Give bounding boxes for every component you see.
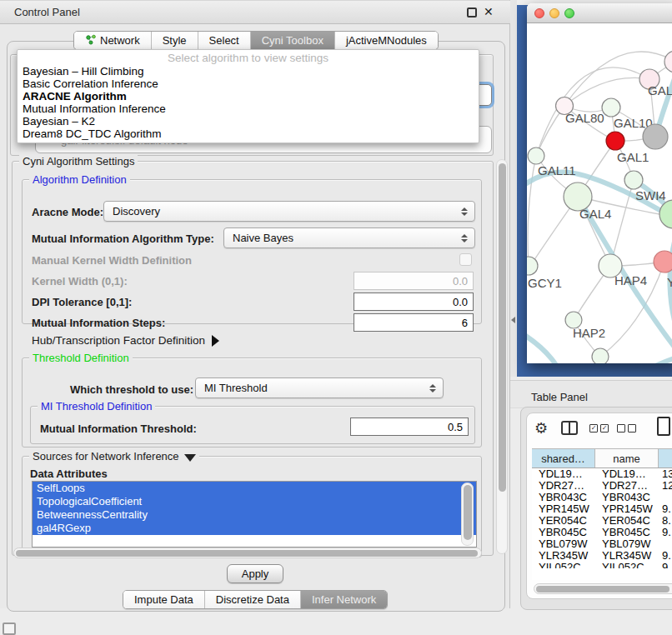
table-cell: YBR045C xyxy=(532,527,595,538)
list-scrollbar-track[interactable] xyxy=(461,482,474,546)
table-hscrollbar-thumb[interactable] xyxy=(536,586,669,592)
threshold-definition-title: Threshold Definition xyxy=(29,352,133,364)
data-attributes-label: Data Attributes xyxy=(30,468,108,480)
which-threshold-label: Which threshold to use: xyxy=(70,383,193,396)
collapsed-panel-icon[interactable] xyxy=(3,622,16,635)
tab-label: Select xyxy=(209,34,239,47)
network-node[interactable] xyxy=(592,348,609,363)
table-container: ⚙ ✓✓ shared…nameA YDL19…YDL19…13YDR27…YD… xyxy=(526,412,672,599)
select-all-icon[interactable]: ✓✓ xyxy=(589,424,609,432)
network-node-y[interactable] xyxy=(654,251,672,272)
float-panel-icon[interactable] xyxy=(467,8,477,18)
network-node-gal11[interactable] xyxy=(528,148,544,164)
network-canvas[interactable]: GALGAL80GAL10GAL1GAL11SWI4GAL4GCY1HAP4YH… xyxy=(527,23,672,363)
tab-jactivemnodules[interactable]: jActiveMNodules xyxy=(334,32,438,49)
which-threshold-combo[interactable]: MI Threshold xyxy=(195,378,444,398)
settings-hscrollbar-thumb[interactable] xyxy=(16,550,478,557)
tab-discretize-data[interactable]: Discretize Data xyxy=(204,591,300,608)
dpi-tolerance-field[interactable]: 0.0 xyxy=(354,292,474,311)
window-close-icon[interactable] xyxy=(534,8,544,18)
settings-vscrollbar-thumb[interactable] xyxy=(499,163,506,492)
dropdown-placeholder: Select algorithm to view settings xyxy=(18,52,479,65)
apply-button[interactable]: Apply xyxy=(227,564,283,583)
table-cell: 8. xyxy=(659,515,672,527)
table-row[interactable]: YPR145WYPR145W9. xyxy=(532,503,672,515)
settings-hscrollbar-track[interactable] xyxy=(13,548,482,558)
network-node-gal10[interactable] xyxy=(602,98,620,117)
tab-style[interactable]: Style xyxy=(151,32,198,49)
mi-type-value: Naive Bayes xyxy=(233,232,293,244)
network-node-gcy1[interactable] xyxy=(527,257,538,275)
attribute-item-betweennesscentrality[interactable]: BetweennessCentrality xyxy=(33,508,476,522)
table-panel-titlebar: Table Panel xyxy=(510,380,672,408)
network-node[interactable] xyxy=(643,124,668,149)
table-cell: YPR145W xyxy=(532,503,595,515)
table-row[interactable]: YIL052CYIL052C9. xyxy=(532,562,672,568)
attribute-item-selfloops[interactable]: SelfLoops xyxy=(33,482,476,495)
table-cell: YLR345W xyxy=(532,550,595,562)
table-cell: YBL079W xyxy=(595,538,659,550)
node-label-y: Y xyxy=(667,275,672,289)
settings-vscrollbar-track[interactable] xyxy=(496,159,508,554)
tab-select[interactable]: Select xyxy=(198,32,250,49)
table-row[interactable]: YER054CYER054C8. xyxy=(532,515,672,527)
table-row[interactable]: YDR27…YDR27…12 xyxy=(532,480,672,492)
table-cell: YER054C xyxy=(532,515,595,527)
mi-steps-field[interactable]: 6 xyxy=(354,313,474,332)
mi-threshold-field[interactable]: 0.5 xyxy=(350,418,469,436)
table-row[interactable]: YBL079WYBL079W xyxy=(532,538,672,550)
node-table: shared…nameA YDL19…YDL19…13YDR27…YDR27…1… xyxy=(532,448,672,580)
gear-icon[interactable]: ⚙ xyxy=(534,419,548,437)
node-label-gal1: GAL1 xyxy=(617,150,649,164)
table-cell: YLR345W xyxy=(595,550,659,562)
window-zoom-icon[interactable] xyxy=(564,8,574,18)
attribute-item-topologicalcoefficient[interactable]: TopologicalCoefficient xyxy=(33,495,476,508)
table-row[interactable]: YBR045CYBR045C9. xyxy=(532,527,672,538)
control-panel-titlebar: Control Panel ✕ xyxy=(0,1,510,24)
table-cell: YDL19… xyxy=(595,468,659,480)
aracne-mode-combo[interactable]: Discovery xyxy=(103,201,475,222)
network-icon xyxy=(85,34,96,48)
network-node-gal1[interactable] xyxy=(606,132,624,150)
hub-definition-toggle[interactable]: Hub/Transcription Factor Definition xyxy=(32,334,219,347)
dropdown-item-aracne-algorithm[interactable]: ARACNE Algorithm xyxy=(18,90,479,102)
table-hscrollbar-track[interactable] xyxy=(534,583,672,594)
list-scrollbar-thumb[interactable] xyxy=(464,485,472,540)
tab-network[interactable]: Network xyxy=(74,32,151,49)
deselect-all-icon[interactable] xyxy=(617,424,636,432)
table-row[interactable]: YDL19…YDL19…13 xyxy=(532,468,672,480)
dpi-tolerance-label: DPI Tolerance [0,1]: xyxy=(32,296,132,308)
tab-label: Infer Network xyxy=(312,593,376,606)
window-minimize-icon[interactable] xyxy=(549,8,559,18)
table-row[interactable]: YBR043CYBR043C xyxy=(532,492,672,503)
column-header-shared[interactable]: shared… xyxy=(532,449,595,468)
split-view-icon[interactable] xyxy=(561,421,578,435)
kernel-width-field[interactable]: 0.0 xyxy=(354,272,474,290)
table-panel-container: ⚙ ✓✓ shared…nameA YDL19…YDL19…13YDR27…YD… xyxy=(520,407,672,610)
network-window-titlebar[interactable] xyxy=(527,3,672,23)
dropdown-item-mutual-information-inference[interactable]: Mutual Information Inference xyxy=(18,102,479,115)
dropdown-item-bayesian-hill-climbing[interactable]: Bayesian – Hill Climbing xyxy=(18,65,479,78)
close-panel-icon[interactable]: ✕ xyxy=(484,5,494,18)
tab-cyni-toolbox[interactable]: Cyni Toolbox xyxy=(250,32,334,49)
tab-infer-network[interactable]: Infer Network xyxy=(300,591,387,608)
dropdown-items: Bayesian – Hill ClimbingBasic Correlatio… xyxy=(18,65,479,140)
node-label-gal80: GAL80 xyxy=(565,111,604,125)
table-cell: YBR043C xyxy=(595,492,659,503)
document-icon[interactable] xyxy=(657,417,670,436)
splitter-collapse-icon[interactable] xyxy=(511,317,515,323)
dropdown-item-basic-correlation-inference[interactable]: Basic Correlation Inference xyxy=(18,78,479,90)
column-header-a[interactable]: A xyxy=(659,449,672,468)
network-node-swi4[interactable] xyxy=(624,171,643,189)
dropdown-item-bayesian-k2[interactable]: Bayesian – K2 xyxy=(18,115,479,128)
table-row[interactable]: YLR345WYLR345W9. xyxy=(532,550,672,562)
tab-impute-data[interactable]: Impute Data xyxy=(123,591,204,608)
mi-type-combo[interactable]: Naive Bayes xyxy=(223,228,475,248)
column-header-name[interactable]: name xyxy=(595,449,659,468)
control-panel: Control Panel ✕ galFiltered.sif default … xyxy=(0,0,510,608)
manual-kernel-checkbox[interactable] xyxy=(459,253,472,266)
network-node[interactable] xyxy=(664,51,672,72)
attribute-item-gal4rgexp[interactable]: gal4RGexp xyxy=(33,522,476,535)
table-panel-title: Table Panel xyxy=(531,391,588,403)
dropdown-item-dream8-dc-tdc-algorithm[interactable]: Dream8 DC_TDC Algorithm xyxy=(18,128,479,140)
